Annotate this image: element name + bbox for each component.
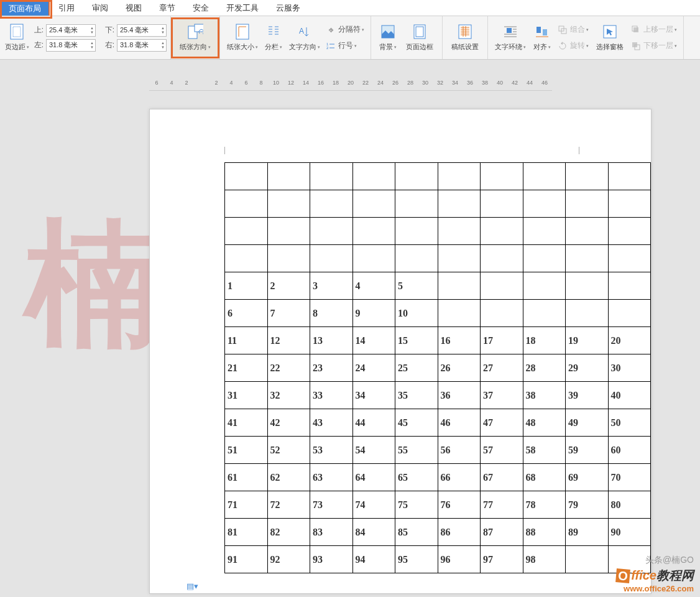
table-cell[interactable]: 34 — [352, 382, 395, 409]
table-cell[interactable] — [438, 300, 481, 327]
table-cell[interactable] — [608, 245, 651, 272]
table-cell[interactable] — [566, 190, 609, 218]
table-cell[interactable] — [523, 300, 566, 327]
tab-references[interactable]: 引用 — [50, 0, 83, 16]
table-row[interactable]: 12345 — [225, 272, 651, 300]
table-cell[interactable] — [523, 272, 566, 300]
table-cell[interactable] — [267, 245, 310, 272]
tab-page-layout[interactable]: 页面布局 — [0, 1, 50, 16]
table-cell[interactable]: 18 — [523, 327, 566, 354]
table-cell[interactable]: 17 — [481, 327, 523, 354]
page-border-button[interactable]: 页面边框 — [401, 19, 438, 57]
table-cell[interactable]: 21 — [225, 354, 268, 382]
table-cell[interactable]: 33 — [310, 382, 353, 409]
table-cell[interactable] — [481, 245, 523, 272]
table-cell[interactable]: 42 — [267, 409, 310, 437]
table-cell[interactable] — [566, 245, 609, 272]
table-cell[interactable]: 79 — [566, 491, 609, 519]
table-cell[interactable] — [608, 300, 651, 327]
text-wrap-button[interactable]: 文字环绕▾ — [492, 19, 529, 57]
table-row[interactable]: 21222324252627282930 — [225, 354, 651, 382]
send-backward-button[interactable]: 下移一层▾ — [629, 39, 679, 53]
rotate-button[interactable]: 旋转▾ — [555, 39, 591, 53]
table-cell[interactable]: 69 — [566, 464, 609, 491]
table-cell[interactable]: 26 — [438, 354, 481, 382]
table-cell[interactable]: 52 — [267, 437, 310, 464]
table-row[interactable]: 51525354555657585960 — [225, 437, 651, 464]
table-row[interactable] — [225, 245, 651, 272]
selection-pane-button[interactable]: 选择窗格 — [591, 19, 629, 57]
background-button[interactable]: 背景▾ — [375, 19, 401, 57]
table-cell[interactable] — [566, 272, 609, 300]
table-cell[interactable] — [608, 272, 651, 300]
table-row[interactable] — [225, 218, 651, 245]
table-cell[interactable]: 28 — [523, 354, 566, 382]
table-cell[interactable]: 59 — [566, 437, 609, 464]
table-cell[interactable]: 67 — [481, 464, 523, 491]
table-cell[interactable]: 55 — [395, 437, 438, 464]
table-cell[interactable]: 98 — [523, 546, 566, 573]
table-cell[interactable]: 49 — [566, 409, 609, 437]
table-cell[interactable]: 68 — [523, 464, 566, 491]
tab-chapter[interactable]: 章节 — [150, 0, 184, 16]
horizontal-ruler[interactable]: 6422468101214161820222426283032343638404… — [0, 80, 700, 91]
table-cell[interactable]: 23 — [310, 354, 353, 382]
table-cell[interactable]: 36 — [438, 382, 481, 409]
table-cell[interactable]: 89 — [566, 519, 609, 546]
table-cell[interactable]: 51 — [225, 437, 268, 464]
table-cell[interactable]: 12 — [267, 327, 310, 354]
table-cell[interactable]: 25 — [395, 354, 438, 382]
print-setup-button[interactable]: 稿纸设置 — [446, 19, 484, 57]
table-row[interactable]: 9192939495969798 — [225, 546, 651, 573]
table-cell[interactable] — [352, 163, 395, 190]
table-cell[interactable]: 31 — [225, 382, 268, 409]
table-cell[interactable]: 85 — [395, 519, 438, 546]
table-cell[interactable]: 65 — [395, 464, 438, 491]
document-table[interactable]: 1234567891011121314151617181920212223242… — [224, 162, 651, 573]
table-cell[interactable]: 64 — [352, 464, 395, 491]
table-cell[interactable]: 90 — [608, 519, 651, 546]
table-cell[interactable] — [395, 245, 438, 272]
table-cell[interactable]: 75 — [395, 491, 438, 519]
table-cell[interactable] — [267, 163, 310, 190]
table-cell[interactable] — [395, 163, 438, 190]
table-cell[interactable] — [523, 218, 566, 245]
table-cell[interactable] — [310, 163, 353, 190]
table-cell[interactable] — [395, 218, 438, 245]
table-cell[interactable] — [310, 218, 353, 245]
table-cell[interactable] — [523, 190, 566, 218]
table-cell[interactable]: 92 — [267, 546, 310, 573]
table-cell[interactable]: 6 — [225, 300, 268, 327]
table-cell[interactable]: 43 — [310, 409, 353, 437]
table-cell[interactable]: 80 — [608, 491, 651, 519]
tab-dev-tools[interactable]: 开发工具 — [218, 0, 267, 16]
table-cell[interactable] — [438, 218, 481, 245]
table-cell[interactable] — [566, 218, 609, 245]
table-cell[interactable]: 40 — [608, 382, 651, 409]
table-cell[interactable]: 91 — [225, 546, 268, 573]
page-orientation-button[interactable]: 纸张方向▾ — [171, 17, 219, 58]
table-cell[interactable]: 97 — [481, 546, 523, 573]
table-row[interactable]: 41424344454647484950 — [225, 409, 651, 437]
table-cell[interactable]: 63 — [310, 464, 353, 491]
table-cell[interactable]: 22 — [267, 354, 310, 382]
table-cell[interactable] — [566, 300, 609, 327]
table-cell[interactable] — [523, 163, 566, 190]
table-cell[interactable]: 46 — [438, 409, 481, 437]
columns-button[interactable]: 分栏▾ — [261, 19, 286, 57]
table-cell[interactable] — [523, 245, 566, 272]
table-cell[interactable] — [481, 300, 523, 327]
table-row[interactable]: 61626364656667686970 — [225, 464, 651, 491]
table-cell[interactable] — [608, 190, 651, 218]
table-cell[interactable]: 53 — [310, 437, 353, 464]
table-row[interactable]: 81828384858687888990 — [225, 519, 651, 546]
table-cell[interactable]: 47 — [481, 409, 523, 437]
table-cell[interactable] — [608, 163, 651, 190]
document-page[interactable]: 1234567891011121314151617181920212223242… — [149, 109, 652, 594]
table-cell[interactable]: 94 — [352, 546, 395, 573]
table-cell[interactable] — [310, 245, 353, 272]
table-cell[interactable]: 7 — [267, 300, 310, 327]
table-cell[interactable]: 3 — [310, 272, 353, 300]
table-cell[interactable]: 32 — [267, 382, 310, 409]
top-margin-input[interactable]: 25.4 毫米▲▼ — [46, 24, 96, 37]
